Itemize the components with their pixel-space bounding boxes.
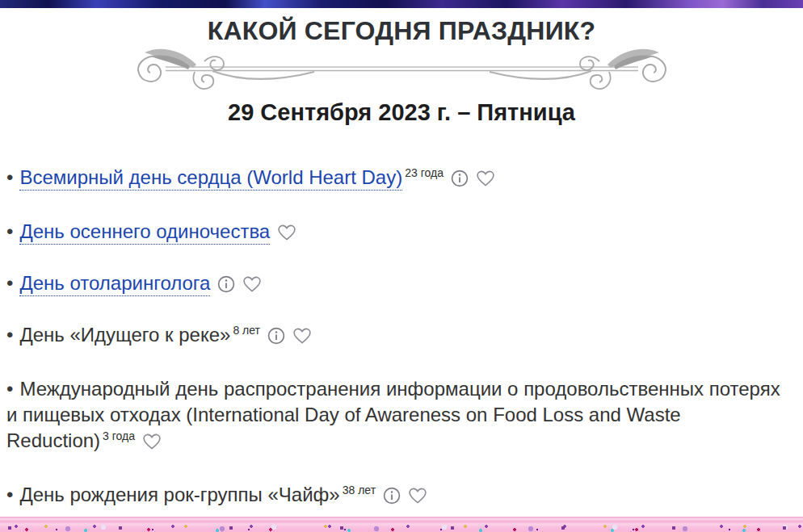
favorite-heart-icon[interactable] [142, 433, 162, 450]
holiday-link[interactable]: День осеннего одиночества [19, 220, 270, 245]
ornament-divider [133, 48, 671, 91]
favorite-heart-icon[interactable] [242, 275, 262, 293]
favorite-heart-icon[interactable] [476, 170, 495, 187]
age-superscript: 38 лет [343, 484, 376, 496]
holiday-item: •День рождения рок-группы «Чайф»38 лет [6, 482, 793, 510]
holiday-item: •День отоларинголога [6, 270, 793, 296]
holiday-title: День рождения рок-группы «Чайф» [19, 484, 339, 505]
holiday-item: •День «Идущего к реке»8 лет [6, 322, 793, 350]
bullet: • [6, 484, 13, 505]
age-superscript: 23 года [405, 166, 444, 179]
age-superscript: 3 года [103, 429, 135, 442]
favorite-heart-icon[interactable] [292, 327, 312, 345]
info-icon[interactable] [383, 487, 401, 505]
page-header: КАКОЙ СЕГОДНЯ ПРАЗДНИК? 29 Сентября 2023… [0, 15, 803, 127]
info-icon[interactable] [217, 275, 235, 293]
bullet: • [6, 220, 13, 242]
info-icon[interactable] [267, 327, 285, 345]
page-title: КАКОЙ СЕГОДНЯ ПРАЗДНИК? [0, 15, 803, 46]
holiday-list: •Всемирный день сердца (World Heart Day)… [0, 165, 803, 510]
bullet: • [6, 378, 13, 400]
info-icon[interactable] [451, 170, 469, 187]
bottom-confetti-strip [0, 517, 803, 532]
date-heading: 29 Сентября 2023 г. – Пятница [0, 98, 803, 127]
holiday-link[interactable]: Всемирный день сердца (World Heart Day) [19, 166, 402, 191]
holiday-item: •Всемирный день сердца (World Heart Day)… [6, 165, 793, 193]
top-galaxy-banner [0, 0, 803, 8]
holiday-title: День «Идущего к реке» [19, 324, 230, 346]
favorite-heart-icon[interactable] [277, 224, 296, 241]
holiday-item: •Международный день распространения инфо… [6, 376, 793, 456]
holiday-link[interactable]: День отоларинголога [19, 272, 210, 296]
age-superscript: 8 лет [233, 324, 260, 337]
holiday-item: •День осеннего одиночества [6, 219, 793, 245]
favorite-heart-icon[interactable] [408, 487, 427, 505]
bullet: • [6, 272, 13, 294]
bullet: • [6, 166, 13, 188]
bullet: • [6, 324, 13, 346]
